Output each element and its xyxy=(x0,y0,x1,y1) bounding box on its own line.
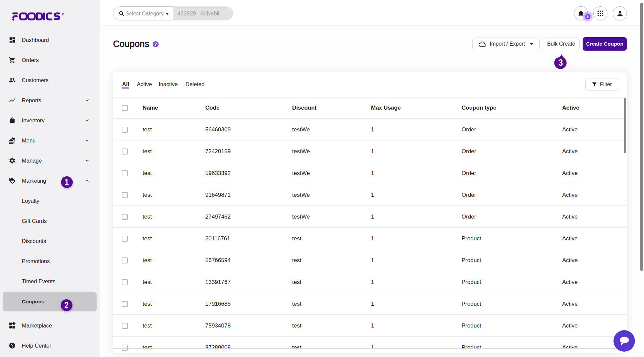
svg-text:3: 3 xyxy=(558,58,563,68)
